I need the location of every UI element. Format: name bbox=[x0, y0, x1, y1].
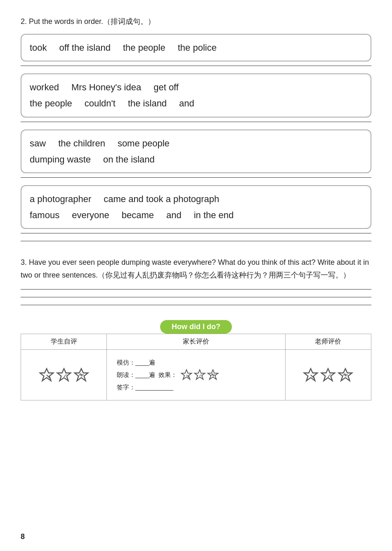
section3-label: 3. Have you ever seen people dumping was… bbox=[21, 256, 371, 281]
parent-langdu-row: 朗读：____遍 效果： ✓ bbox=[117, 369, 275, 381]
word-box-1: took off the island the people the polic… bbox=[21, 34, 371, 61]
eval-table: 学生自评 家长评价 老师评价 ✓ bbox=[21, 334, 371, 400]
parent-mofang: 模仿：____遍 bbox=[117, 356, 275, 369]
svg-marker-14 bbox=[304, 368, 317, 380]
word-some-people: some people bbox=[118, 136, 170, 151]
word-box-4: a photographer came and took a photograp… bbox=[21, 185, 371, 229]
word-came-took: came and took a photograph bbox=[104, 192, 219, 206]
answer-line-4 bbox=[21, 233, 371, 233]
teacher-rating-icons: ✓ bbox=[290, 364, 367, 386]
word-mrs-honey: Mrs Honey's idea bbox=[71, 80, 141, 94]
teacher-eval-cell: ✓ bbox=[285, 349, 371, 400]
how-did-title-wrapper: How did I do? bbox=[21, 320, 371, 334]
word-became: became bbox=[122, 208, 154, 222]
word-police: the police bbox=[178, 40, 217, 55]
svg-text:✓: ✓ bbox=[63, 372, 68, 378]
how-did-section: How did I do? 学生自评 家长评价 老师评价 bbox=[21, 320, 371, 400]
svg-marker-7 bbox=[182, 370, 192, 379]
star-icon-2: ✓ bbox=[56, 367, 72, 383]
answer-line-5 bbox=[21, 241, 371, 241]
word-box-2: worked Mrs Honey's idea get off the peop… bbox=[21, 73, 371, 117]
parent-sign: 签字：___________ bbox=[117, 381, 275, 393]
section2-label: 2. Put the words in order.（排词成句。） bbox=[21, 16, 371, 26]
word-took: took bbox=[30, 40, 47, 55]
answer-line-3 bbox=[21, 177, 371, 178]
parent-eval-cell: 模仿：____遍 朗读：____遍 效果： bbox=[107, 349, 286, 400]
answer-line-6 bbox=[21, 289, 371, 290]
word-people-1: the people bbox=[123, 40, 165, 55]
parent-effect-label: 效果： bbox=[158, 369, 177, 381]
word-couldnt: couldn't bbox=[85, 96, 116, 111]
answer-line-2 bbox=[21, 122, 371, 122]
svg-marker-0 bbox=[40, 368, 53, 380]
teacher-star-3 bbox=[338, 367, 353, 383]
star-icon-3 bbox=[73, 367, 89, 383]
teacher-star-2: ✓ bbox=[320, 367, 336, 383]
word-saw: saw bbox=[30, 136, 46, 151]
section3-answer-lines bbox=[21, 289, 371, 305]
parent-effect-icons: ✓ bbox=[180, 369, 219, 381]
col-student: 学生自评 bbox=[21, 334, 107, 349]
word-get-off: get off bbox=[153, 80, 179, 94]
col-teacher: 老师评价 bbox=[285, 334, 371, 349]
how-did-pill: How did I do? bbox=[160, 320, 232, 334]
word-box-3: saw the children some people dumping was… bbox=[21, 130, 371, 173]
teacher-star-1 bbox=[303, 367, 319, 383]
word-and-4: and bbox=[166, 208, 182, 222]
page-number: 8 bbox=[21, 532, 25, 541]
star-icon-1 bbox=[39, 367, 54, 383]
word-on-island: on the island bbox=[103, 152, 155, 167]
svg-text:✓: ✓ bbox=[199, 373, 202, 377]
answer-line-7 bbox=[21, 297, 371, 297]
parent-eval-content: 模仿：____遍 朗读：____遍 效果： bbox=[111, 353, 281, 397]
parent-langdu: 朗读：____遍 bbox=[117, 369, 155, 381]
word-photographer: a photographer bbox=[30, 192, 91, 206]
word-dumping: dumping waste bbox=[30, 152, 91, 167]
word-children: the children bbox=[58, 136, 105, 151]
word-in-end: in the end bbox=[194, 208, 234, 222]
word-everyone: everyone bbox=[72, 208, 109, 222]
answer-line-1 bbox=[21, 66, 371, 66]
word-worked: worked bbox=[30, 80, 59, 94]
effect-star-2: ✓ bbox=[194, 369, 206, 381]
word-famous: famous bbox=[30, 208, 59, 222]
student-eval-cell: ✓ bbox=[21, 349, 107, 400]
effect-star-3 bbox=[207, 369, 219, 381]
col-parent: 家长评价 bbox=[107, 334, 286, 349]
word-and-2: and bbox=[179, 96, 194, 111]
student-rating-icons: ✓ bbox=[25, 364, 102, 386]
effect-star-1 bbox=[180, 369, 193, 381]
answer-line-8 bbox=[21, 305, 371, 305]
word-the-island-2: the island bbox=[128, 96, 167, 111]
word-people-2: the people bbox=[30, 96, 72, 111]
svg-text:✓: ✓ bbox=[328, 372, 333, 378]
word-off-island: off the island bbox=[59, 40, 111, 55]
